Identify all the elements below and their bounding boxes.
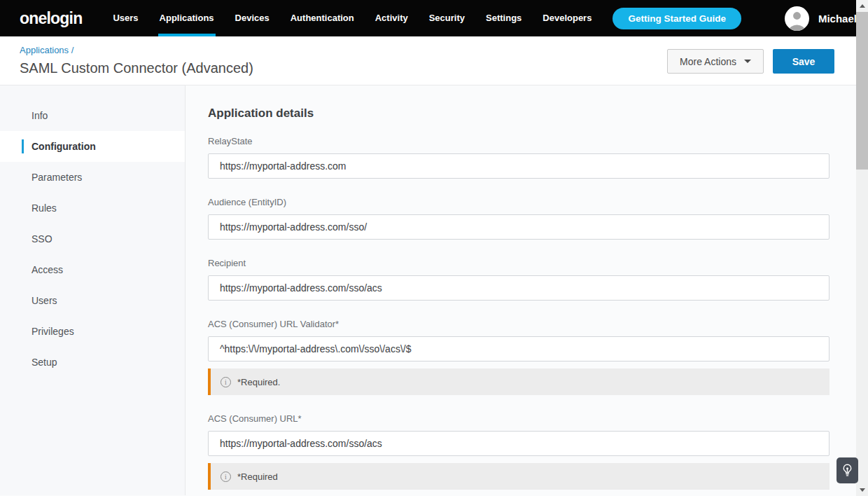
sidebar-item-access[interactable]: Access — [0, 254, 185, 285]
title-block: Applications / SAML Custom Connector (Ad… — [20, 43, 253, 85]
chevron-down-icon — [744, 60, 751, 63]
header-actions: More Actions Save — [667, 49, 834, 85]
audience-label: Audience (EntityID) — [208, 197, 830, 207]
sidebar-item-info[interactable]: Info — [0, 100, 185, 131]
sidebar-item-parameters[interactable]: Parameters — [0, 162, 185, 193]
recipient-label: Recipient — [208, 258, 830, 268]
triangle-up-icon — [860, 4, 865, 8]
scrollbar-up-arrow[interactable] — [856, 0, 868, 12]
field-acs-url-validator: ACS (Consumer) URL Validator* i *Require… — [208, 319, 830, 395]
scrollbar-down-arrow[interactable] — [856, 484, 868, 496]
scrollbar-thumb[interactable] — [856, 12, 868, 170]
section-heading: Application details — [208, 106, 830, 120]
nav-item-security[interactable]: Security — [429, 0, 465, 36]
user-menu[interactable]: Michael — [785, 6, 857, 31]
acs-validator-label: ACS (Consumer) URL Validator* — [208, 319, 830, 329]
triangle-down-icon — [860, 488, 865, 492]
nav-item-applications[interactable]: Applications — [160, 0, 214, 36]
sidebar-item-configuration[interactable]: Configuration — [0, 131, 185, 162]
field-audience-entityid: Audience (EntityID) — [208, 197, 830, 240]
nav-item-developers[interactable]: Developers — [542, 0, 592, 36]
page-header: Applications / SAML Custom Connector (Ad… — [0, 36, 868, 85]
page-title: SAML Custom Connector (Advanced) — [20, 60, 253, 76]
top-navbar: onelogin Users Applications Devices Auth… — [0, 0, 868, 36]
sidebar-item-sso[interactable]: SSO — [0, 223, 185, 254]
more-actions-label: More Actions — [680, 56, 736, 67]
field-relaystate: RelayState — [208, 136, 830, 179]
lightbulb-icon — [842, 464, 853, 477]
required-note: i *Required. — [208, 368, 830, 395]
sidebar-item-privileges[interactable]: Privileges — [0, 316, 185, 347]
audience-input[interactable] — [208, 214, 830, 240]
field-recipient: Recipient — [208, 258, 830, 301]
nav-item-authentication[interactable]: Authentication — [290, 0, 354, 36]
relaystate-label: RelayState — [208, 136, 830, 146]
more-actions-button[interactable]: More Actions — [667, 49, 764, 74]
info-icon: i — [220, 471, 231, 482]
acs-url-input[interactable] — [208, 431, 830, 456]
field-acs-url: ACS (Consumer) URL* i *Required — [208, 413, 830, 490]
app-sidebar: Info Configuration Parameters Rules SSO … — [0, 85, 186, 495]
sidebar-item-users[interactable]: Users — [0, 285, 185, 316]
sidebar-item-rules[interactable]: Rules — [0, 193, 185, 223]
configuration-panel: Application details RelayState Audience … — [186, 85, 868, 495]
relaystate-input[interactable] — [208, 153, 830, 179]
nav-item-activity[interactable]: Activity — [375, 0, 408, 36]
info-icon: i — [220, 377, 231, 387]
save-button[interactable]: Save — [773, 49, 834, 74]
user-name: Michael — [818, 13, 857, 25]
nav-item-devices[interactable]: Devices — [235, 0, 270, 36]
breadcrumb[interactable]: Applications / — [20, 45, 74, 55]
required-note-text: *Required. — [237, 377, 280, 387]
primary-nav: Users Applications Devices Authenticatio… — [113, 0, 612, 36]
user-avatar-icon — [785, 6, 809, 31]
body: Info Configuration Parameters Rules SSO … — [0, 85, 868, 495]
acs-url-label: ACS (Consumer) URL* — [208, 413, 830, 424]
sidebar-item-setup[interactable]: Setup — [0, 347, 185, 378]
required-note: i *Required — [208, 463, 830, 490]
acs-validator-input[interactable] — [208, 336, 830, 361]
required-note-text: *Required — [237, 471, 278, 482]
onelogin-logo[interactable]: onelogin — [20, 9, 82, 28]
nav-item-users[interactable]: Users — [113, 0, 138, 36]
getting-started-guide-button[interactable]: Getting Started Guide — [612, 8, 741, 29]
active-indicator-bar — [22, 139, 24, 153]
vertical-scrollbar[interactable] — [856, 0, 868, 496]
nav-item-settings[interactable]: Settings — [486, 0, 522, 36]
lightbulb-help-button[interactable] — [836, 457, 858, 483]
recipient-input[interactable] — [208, 275, 830, 301]
